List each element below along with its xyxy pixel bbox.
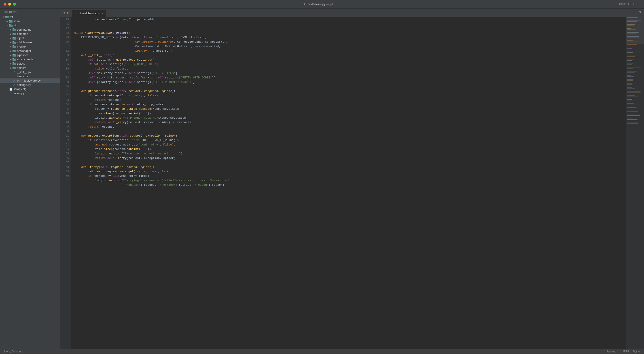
window-controls[interactable] xyxy=(4,3,16,5)
select-label: select xyxy=(17,62,60,65)
svg-rect-13 xyxy=(12,41,14,42)
status-language: Python xyxy=(633,350,641,353)
spacer-setup xyxy=(5,92,9,94)
status-right: Spaces: 4 UTF-8 Python xyxy=(606,350,641,353)
file-icon-settings: /* xyxy=(12,83,16,86)
sidebar-item-common[interactable]: ▶ common xyxy=(0,32,60,36)
folder-icon-select xyxy=(12,62,16,65)
folder-icon-newspaper xyxy=(12,49,16,52)
sidebar-item-pipelines[interactable]: ▶ pipelines xyxy=(0,53,60,57)
minimap xyxy=(626,17,644,349)
init-label: __init__.py xyxy=(17,70,60,74)
collapse-arrow-idea: ▶ xyxy=(5,20,9,22)
collapse-arrow-newspaper: ▶ xyxy=(9,50,12,52)
maximize-button[interactable] xyxy=(13,3,16,5)
collapse-arrow-root: ▼ xyxy=(2,16,5,18)
file-icon-scrapy-cfg: 📄 xyxy=(9,88,12,91)
tab-overflow-button[interactable]: ▼ xyxy=(636,8,644,17)
main-layout: FOLDERS ▼ ptt ▶ .idea ▼ ptt xyxy=(0,8,644,349)
close-button[interactable] xyxy=(4,3,6,5)
svg-rect-21 xyxy=(12,58,14,59)
folders-header: FOLDERS xyxy=(0,8,60,15)
middleware-label: middleware xyxy=(17,41,60,44)
spiders-label: spiders xyxy=(17,66,60,69)
collapse-arrow-inject: ▶ xyxy=(9,37,12,39)
sidebar-item-spiders[interactable]: ▶ spiders xyxy=(0,66,60,70)
svg-rect-17 xyxy=(12,50,14,50)
svg-rect-15 xyxy=(12,45,14,46)
sidebar-item-inject[interactable]: ▶ inject xyxy=(0,36,60,40)
collapse-arrow-select: ▶ xyxy=(9,62,12,65)
collapse-arrow-commands: ▶ xyxy=(9,29,12,31)
pipelines-label: pipelines xyxy=(17,53,60,57)
sidebar-item-middleware[interactable]: ▶ middleware xyxy=(0,40,60,44)
collapse-arrow-scrapy-redis: ▶ xyxy=(9,58,12,60)
collapse-arrow-monitor: ▶ xyxy=(9,45,12,48)
sidebar-item-monitor[interactable]: ▶ monitor xyxy=(0,44,60,49)
file-icon-ptt-mw: /* xyxy=(12,79,16,82)
folder-icon-scrapy-redis xyxy=(12,58,16,61)
folder-icon-common xyxy=(12,32,16,35)
svg-rect-25 xyxy=(12,67,14,67)
sidebar-item-commands[interactable]: ▶ commands xyxy=(0,27,60,32)
file-icon-setup: /* xyxy=(9,92,12,95)
sidebar-item-items[interactable]: /* items.py xyxy=(0,74,60,78)
minimize-button[interactable] xyxy=(8,3,11,5)
tab-bar[interactable]: ◀ ▶ /* ptt_middleware.py × ▼ xyxy=(60,8,644,17)
collapse-arrow-pipelines: ▶ xyxy=(9,54,12,56)
spacer-scrapy-cfg xyxy=(5,88,9,90)
sidebar-item-newspaper[interactable]: ▶ newspaper xyxy=(0,49,60,53)
sidebar-item-root-ptt[interactable]: ▼ ptt xyxy=(0,15,60,19)
folder-icon-ptt-sub xyxy=(9,24,12,27)
folder-icon-monitor xyxy=(12,45,16,48)
monitor-label: monitor xyxy=(17,45,60,48)
collapse-arrow-middleware: ▶ xyxy=(9,41,12,43)
tab-close-button[interactable]: × xyxy=(102,12,103,15)
common-label: common xyxy=(17,32,60,35)
idea-label: .idea xyxy=(14,19,60,23)
spacer-items xyxy=(9,75,12,77)
folder-icon-inject xyxy=(12,37,16,39)
svg-rect-19 xyxy=(12,54,14,55)
nav-forward-arrow[interactable]: ▶ xyxy=(66,10,70,15)
license-status: UNREGISTERED xyxy=(619,3,640,6)
spacer-settings xyxy=(9,84,12,86)
ptt-middleware-label: ptt_middleware.py xyxy=(17,79,60,82)
settings-label: settings.py xyxy=(17,83,60,86)
file-icon-items: /* xyxy=(12,75,16,78)
sidebar-item-select[interactable]: ▶ select xyxy=(0,61,60,66)
status-encoding: UTF-8 xyxy=(622,350,630,353)
nav-back-arrow[interactable]: ◀ xyxy=(62,10,66,15)
svg-rect-7 xyxy=(12,28,14,29)
tab-ptt-middleware[interactable]: /* ptt_middleware.py × xyxy=(72,9,106,17)
sidebar-item-scrapy-redis[interactable]: ▶ scrapy_redis xyxy=(0,57,60,61)
window-title: ptt_middleware.py — ptt xyxy=(302,2,333,6)
spacer-init xyxy=(9,71,12,73)
collapse-arrow-common: ▶ xyxy=(9,33,12,35)
ptt-sub-label: ptt xyxy=(14,24,60,27)
sidebar-item-ptt-middleware[interactable]: /* ptt_middleware.py xyxy=(0,78,60,83)
nav-arrows[interactable]: ◀ ▶ xyxy=(60,8,72,17)
collapse-arrow-ptt-sub: ▼ xyxy=(5,24,9,26)
minimap-canvas xyxy=(626,17,644,349)
svg-rect-5 xyxy=(9,24,10,25)
file-icon-init: /* xyxy=(12,71,16,74)
sidebar-item-idea[interactable]: ▶ .idea xyxy=(0,19,60,23)
folder-icon-commands xyxy=(12,28,16,31)
items-label: items.py xyxy=(17,75,60,78)
root-folder-label: ptt xyxy=(10,15,60,18)
sidebar-item-settings[interactable]: /* settings.py xyxy=(0,83,60,87)
code-editor[interactable]: 2526272829 3031323334 3536373839 4041424… xyxy=(60,17,644,349)
collapse-arrow-spiders: ▶ xyxy=(9,67,12,69)
tab-file-icon: /* xyxy=(74,12,76,15)
sidebar-item-setup[interactable]: /* setup.py xyxy=(0,91,60,95)
sidebar-item-init[interactable]: /* __init__.py xyxy=(0,70,60,74)
sidebar[interactable]: FOLDERS ▼ ptt ▶ .idea ▼ ptt xyxy=(0,8,60,349)
folder-icon-idea xyxy=(9,20,12,22)
sidebar-item-scrapy-cfg[interactable]: 📄 scrapy.cfg xyxy=(0,87,60,91)
folder-icon xyxy=(5,15,9,18)
code-content[interactable]: request.meta["proxy"] = proxy_addr class… xyxy=(71,17,626,349)
scrapy-cfg-label: scrapy.cfg xyxy=(14,87,60,91)
sidebar-item-ptt-sub[interactable]: ▼ ptt xyxy=(0,23,60,27)
folder-icon-middleware xyxy=(12,41,16,44)
